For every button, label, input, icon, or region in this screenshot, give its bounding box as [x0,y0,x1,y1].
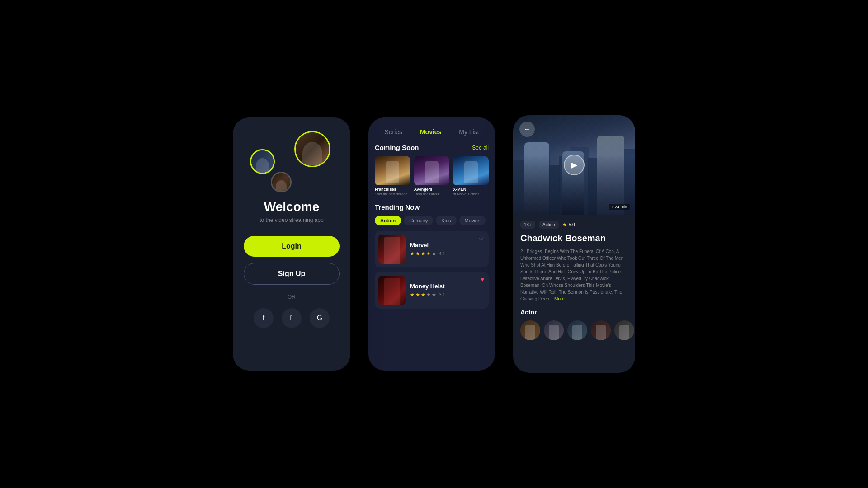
movie-card-franchises[interactable]: Franchises Over the past decade [375,156,410,196]
google-login-button[interactable]: G [310,308,330,328]
movie-title-xmen: X-MEN [453,187,489,192]
login-button[interactable]: Login [244,236,340,257]
coming-soon-header: Coming Soon See all [375,144,489,151]
star-4: ★ [426,251,431,257]
social-buttons: f  G [254,308,330,328]
screen-login: Welcome to the video streaming app Login… [233,117,350,371]
trending-title: Trending Now [375,203,420,211]
meta-rating: ★ 5.0 [562,222,575,228]
star-1: ★ [410,251,415,257]
floating-avatars [244,131,340,194]
movie-sub-xmen: In Marvel Comics [453,192,489,196]
welcome-title: Welcome [264,200,319,214]
movie-thumb-avengers [414,156,450,185]
genre-action[interactable]: Action [375,216,401,225]
or-line-right [300,297,340,297]
star-row-marvel: ★ ★ ★ ★ ★ 4.1 [410,251,485,257]
movie-name-marvel: Marvel [410,242,485,249]
actor-avatar-4[interactable] [591,320,611,340]
genre-kids[interactable]: Kids [436,216,456,225]
movie-info-moneyheist: Money Heist ★ ★ ★ ★ ★ 3.1 [410,283,485,298]
rating-num-marvel: 4.1 [439,251,445,256]
tab-series[interactable]: Series [381,127,406,137]
play-button[interactable]: ▶ [564,155,585,175]
movie-thumb-marvel [378,235,406,264]
detail-hero: ← ▶ 1:24 min [513,115,635,215]
screen-detail: ← ▶ 1:24 min 18+ Action ★ 5.0 Chadwick B… [513,115,635,373]
heart-btn-marvel[interactable]: ♡ [478,235,484,242]
movie-title-avengers: Avengers [414,187,450,192]
duration-badge: 1:24 min [609,204,630,210]
star-2: ★ [415,251,420,257]
detail-title: Chadwick Boseman [520,233,628,244]
star-row-moneyheist: ★ ★ ★ ★ ★ 3.1 [410,292,485,298]
movie-list: Marvel ★ ★ ★ ★ ★ 4.1 ♡ [375,231,489,309]
movies-content: Coming Soon See all Franchises Over the … [368,144,495,371]
coming-soon-grid: Franchises Over the past decade Avengers… [375,156,489,196]
actor-list [520,320,628,340]
facebook-login-button[interactable]: f [254,308,274,328]
coming-soon-title: Coming Soon [375,144,419,151]
more-link[interactable]: More [554,296,565,301]
welcome-subtitle: to the video streaming app [259,217,323,223]
screen-movies: Series Movies My List Coming Soon See al… [368,117,495,371]
detail-content: 18+ Action ★ 5.0 Chadwick Boseman 21 Bri… [513,215,635,373]
genre-comedy[interactable]: Comedy [404,216,433,225]
star-5: ★ [432,251,436,257]
star-mh-5: ★ [432,292,436,298]
movie-list-item-moneyheist[interactable]: Money Heist ★ ★ ★ ★ ★ 3.1 ♥ [375,272,489,309]
detail-meta: 18+ Action ★ 5.0 [520,221,628,229]
age-rating-badge: 18+ [520,221,535,229]
signup-button[interactable]: Sign Up [244,263,340,285]
star-3: ★ [421,251,425,257]
movies-nav: Series Movies My List [368,117,495,144]
tab-movies[interactable]: Movies [416,127,445,137]
movie-thumb-franchises [375,156,410,185]
facebook-icon: f [263,314,264,322]
trending-header: Trending Now [375,203,489,211]
actor-avatar-5[interactable] [614,320,634,340]
avatar-medium [250,149,275,174]
google-icon: G [317,314,322,322]
see-all-button[interactable]: See all [472,145,489,151]
movie-thumb-xmen [453,156,489,185]
movie-title-franchises: Franchises [375,187,410,192]
description-text: 21 Bridges" Begins With The Funeral Of A… [520,249,623,301]
rating-star-icon: ★ [562,222,567,228]
detail-description: 21 Bridges" Begins With The Funeral Of A… [520,248,628,302]
avatar-large [294,131,330,167]
actor-avatar-2[interactable] [544,320,564,340]
or-line-left [244,297,283,297]
actor-section-title: Actor [520,309,628,316]
heart-btn-moneyheist[interactable]: ♥ [481,276,484,283]
back-button[interactable]: ← [519,122,535,137]
star-mh-1: ★ [410,292,415,298]
or-divider: OR [244,294,340,300]
actor-avatar-3[interactable] [567,320,587,340]
avatar-small [271,172,292,192]
movie-info-marvel: Marvel ★ ★ ★ ★ ★ 4.1 [410,242,485,257]
star-mh-2: ★ [415,292,420,298]
star-mh-3: ★ [421,292,425,298]
apple-login-button[interactable]:  [282,308,302,328]
movie-card-xmen[interactable]: X-MEN In Marvel Comics [453,156,489,196]
movie-card-avengers[interactable]: Avengers From ones about [414,156,450,196]
movie-sub-avengers: From ones about [414,192,450,196]
or-text: OR [288,294,296,300]
genre-movies[interactable]: Movies [459,216,486,225]
movie-name-moneyheist: Money Heist [410,283,485,290]
genre-badge: Action [539,221,559,229]
screens-container: Welcome to the video streaming app Login… [233,115,635,373]
actor-avatar-1[interactable] [520,320,540,340]
rating-value: 5.0 [569,222,575,227]
rating-num-moneyheist: 3.1 [439,292,445,297]
tab-mylist[interactable]: My List [455,127,482,137]
apple-icon:  [290,314,293,322]
movie-thumb-moneyheist [378,276,406,305]
movie-list-item-marvel[interactable]: Marvel ★ ★ ★ ★ ★ 4.1 ♡ [375,231,489,267]
star-mh-4: ★ [426,292,431,298]
genre-filters: Action Comedy Kids Movies [375,216,489,225]
movie-sub-franchises: Over the past decade [375,192,410,196]
